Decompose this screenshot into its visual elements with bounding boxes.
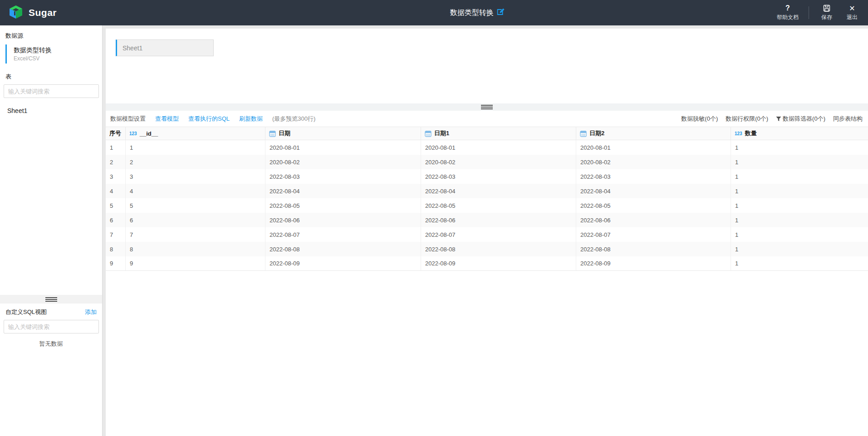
table-cell: 1	[731, 169, 868, 184]
table-cell: 2022-08-04	[421, 184, 576, 198]
filter-icon	[776, 116, 781, 122]
column-header[interactable]: 日期	[265, 127, 421, 140]
toolbar-right: 数据脱敏(0个)数据行权限(0个)数据筛选器(0个)同步表结构	[681, 115, 863, 123]
table-cell: 2020-08-02	[421, 155, 576, 169]
table-row: 112020-08-012020-08-012020-08-011	[106, 140, 868, 155]
close-icon: ✕	[849, 4, 855, 12]
table-cell: 2022-08-03	[265, 169, 421, 184]
number-type-icon: 123	[735, 131, 742, 136]
save-icon	[823, 4, 830, 12]
table-cell: 8	[106, 242, 126, 256]
date-type-icon	[425, 130, 432, 137]
table-header-row: 序号123__id__日期日期1日期2123数量	[106, 127, 868, 140]
brand: Sugar	[8, 5, 57, 21]
main-area: Sheet1 数据模型设置查看模型查看执行的SQL刷新数据(最多预览300行) …	[103, 25, 868, 436]
header-actions: ? 帮助文档 保存 ✕ 退出	[777, 4, 860, 21]
table-cell: 2022-08-04	[265, 184, 421, 198]
toolbar-right-label: 数据筛选器(0个)	[783, 115, 825, 123]
edit-title-icon[interactable]	[497, 8, 505, 18]
table-body: 112020-08-012020-08-012020-08-011222020-…	[106, 140, 868, 271]
table-cell: 8	[126, 242, 265, 256]
table-cell: 3	[106, 169, 126, 184]
sql-view-search-input[interactable]	[4, 320, 99, 333]
table-row: 332022-08-032022-08-032022-08-031	[106, 169, 868, 184]
table-cell: 2022-08-07	[421, 227, 576, 242]
toolbar-right-label: 同步表结构	[833, 115, 863, 123]
table-cell: 5	[106, 198, 126, 213]
table-cell: 2022-08-06	[576, 213, 731, 227]
data-table: 序号123__id__日期日期1日期2123数量 112020-08-01202…	[106, 127, 868, 271]
toolbar-right-item[interactable]: 数据筛选器(0个)	[776, 115, 825, 123]
toolbar-right-label: 数据脱敏(0个)	[681, 115, 718, 123]
toolbar-right-item[interactable]: 数据脱敏(0个)	[681, 115, 718, 123]
table-cell: 2022-08-03	[421, 169, 576, 184]
table-row: 662022-08-062022-08-062022-08-061	[106, 213, 868, 227]
table-cell: 1	[731, 184, 868, 198]
table-cell: 1	[731, 256, 868, 270]
table-cell: 9	[126, 256, 265, 270]
column-header-label: 序号	[109, 129, 121, 137]
help-docs-button[interactable]: ? 帮助文档	[777, 4, 799, 21]
app-window: Sugar 数据类型转换 ? 帮助文档	[0, 0, 868, 436]
date-type-icon	[269, 130, 276, 137]
app-header: Sugar 数据类型转换 ? 帮助文档	[0, 0, 868, 25]
sheet-tab-active[interactable]: Sheet1	[116, 39, 214, 56]
toolbar-link[interactable]: 查看执行的SQL	[188, 115, 230, 123]
toolbar-note: (最多预览300行)	[272, 115, 315, 123]
column-header[interactable]: 123__id__	[126, 127, 265, 140]
toolbar-right-label: 数据行权限(0个)	[726, 115, 768, 123]
toolbar-right-item[interactable]: 数据行权限(0个)	[726, 115, 768, 123]
column-header[interactable]: 日期1	[421, 127, 576, 140]
table-row: 992022-08-092022-08-092022-08-091	[106, 256, 868, 271]
table-row: 222020-08-022020-08-022020-08-021	[106, 155, 868, 169]
table-cell: 2	[126, 155, 265, 169]
save-button[interactable]: 保存	[819, 4, 834, 21]
table-row: 442022-08-042022-08-042022-08-041	[106, 184, 868, 198]
column-header[interactable]: 日期2	[576, 127, 731, 140]
report-title-text: 数据类型转换	[450, 8, 494, 18]
datasource-type: Excel/CSV	[14, 54, 102, 63]
table-cell: 7	[106, 227, 126, 242]
save-label: 保存	[821, 14, 832, 21]
table-cell: 2020-08-01	[421, 140, 576, 155]
table-cell: 2020-08-01	[576, 140, 731, 155]
table-cell: 2022-08-05	[265, 198, 421, 213]
sidebar: 数据源 数据类型转换 Excel/CSV 表 Sheet1 自定义SQL视图 添…	[0, 25, 103, 436]
exit-button[interactable]: ✕ 退出	[844, 4, 860, 21]
datasource-section-label: 数据源	[0, 25, 102, 44]
table-cell: 1	[731, 198, 868, 213]
table-cell: 1	[731, 140, 868, 155]
datasource-item-selected[interactable]: 数据类型转换 Excel/CSV	[5, 44, 102, 64]
sql-view-section-label: 自定义SQL视图	[5, 308, 47, 316]
sidebar-table-item[interactable]: Sheet1	[0, 103, 102, 118]
table-cell: 7	[126, 227, 265, 242]
number-type-icon: 123	[129, 131, 137, 136]
table-cell: 2022-08-05	[576, 198, 731, 213]
help-icon: ?	[785, 4, 790, 12]
column-header[interactable]: 123数量	[731, 127, 868, 140]
column-header-label: 日期	[279, 129, 290, 137]
table-cell: 2022-08-05	[421, 198, 576, 213]
table-cell: 9	[106, 256, 126, 270]
column-header-label: 数量	[745, 129, 757, 137]
drag-grip-icon	[45, 297, 57, 302]
panel-splitter-handle[interactable]	[106, 103, 868, 111]
table-cell: 2022-08-07	[265, 227, 421, 242]
table-search-input[interactable]	[4, 84, 99, 98]
table-cell: 2022-08-09	[265, 256, 421, 270]
table-cell: 3	[126, 169, 265, 184]
brand-name: Sugar	[29, 7, 57, 18]
column-header[interactable]: 序号	[106, 127, 126, 140]
toolbar-right-item[interactable]: 同步表结构	[833, 115, 863, 123]
add-sql-view-link[interactable]: 添加	[85, 308, 97, 316]
date-type-icon	[580, 130, 587, 137]
table-cell: 2022-08-06	[265, 213, 421, 227]
toolbar-link[interactable]: 刷新数据	[239, 115, 263, 123]
sheet-tab-label: Sheet1	[123, 44, 142, 52]
toolbar-link[interactable]: 查看模型	[155, 115, 179, 123]
sidebar-splitter-handle[interactable]	[0, 295, 102, 304]
table-cell: 1	[126, 140, 265, 155]
header-divider	[809, 6, 809, 19]
sidebar-bottom-section: 自定义SQL视图 添加 暂无数据	[0, 295, 102, 436]
report-title: 数据类型转换	[450, 8, 505, 18]
